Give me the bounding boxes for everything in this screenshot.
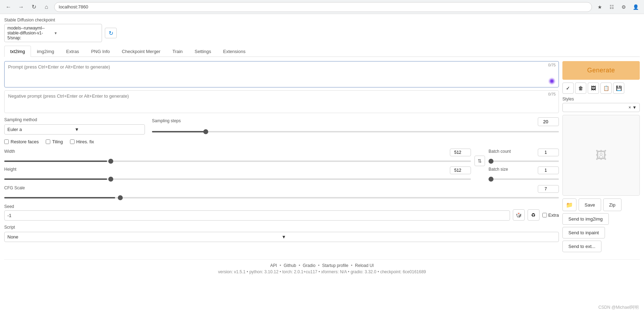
width-input[interactable] bbox=[450, 149, 471, 156]
tiling-input[interactable] bbox=[46, 139, 50, 144]
batch-size-slider[interactable] bbox=[489, 178, 559, 180]
height-group: Height bbox=[4, 166, 471, 181]
seed-dice-button[interactable]: 🎲 bbox=[513, 209, 525, 221]
footer-reload-link[interactable]: Reload UI bbox=[355, 263, 374, 268]
restore-faces-label: Restore faces bbox=[11, 139, 39, 144]
styles-dropdown-icon[interactable]: ▼ bbox=[632, 105, 637, 110]
browser-icon-1[interactable]: ★ bbox=[595, 2, 605, 12]
output-actions: 📁 Save Zip Send to img2img Send to inpai… bbox=[562, 198, 640, 252]
sampling-method-select[interactable]: Euler a ▼ bbox=[4, 124, 145, 135]
sampling-method-value: Euler a bbox=[7, 127, 75, 132]
extra-checkbox-input[interactable] bbox=[542, 213, 547, 217]
styles-label: Styles bbox=[562, 97, 640, 102]
height-input[interactable] bbox=[450, 166, 471, 174]
browser-bar: ← → ↻ ⌂ localhost:7860 ★ ☷ ⚙ 👤 bbox=[0, 0, 644, 14]
seed-label: Seed bbox=[4, 204, 510, 209]
sampling-method-label: Sampling method bbox=[4, 117, 145, 122]
batch-count-input[interactable] bbox=[538, 149, 559, 156]
sampling-steps-slider-container bbox=[152, 128, 559, 133]
width-slider[interactable] bbox=[4, 161, 471, 162]
image-placeholder-icon: 🖼 bbox=[595, 149, 607, 162]
right-panel: Generate ✓ 🗑 🖼 📋 💾 Styles bbox=[562, 61, 640, 252]
home-button[interactable]: ⌂ bbox=[42, 2, 51, 12]
script-value: None bbox=[7, 234, 282, 240]
prompt-input[interactable] bbox=[5, 61, 559, 86]
send-to-img2img-button[interactable]: Send to img2img bbox=[562, 213, 609, 225]
generate-button[interactable]: Generate bbox=[562, 61, 640, 80]
script-select[interactable]: None ▼ bbox=[4, 232, 559, 242]
footer-api-link[interactable]: API bbox=[270, 263, 277, 268]
batch-size-input[interactable] bbox=[538, 166, 559, 174]
trash-action-button[interactable]: 🗑 bbox=[575, 83, 586, 94]
neg-prompt-counter: 0/75 bbox=[548, 92, 556, 96]
app-container: Stable Diffusion checkpoint models--runw… bbox=[0, 14, 644, 281]
action-icons: ✓ 🗑 🖼 📋 💾 bbox=[562, 83, 640, 94]
footer: API • Github • Gradio • Startup profile … bbox=[4, 259, 640, 278]
cfg-scale-input[interactable] bbox=[538, 185, 559, 193]
check-icon: ✓ bbox=[566, 85, 570, 91]
swap-dims-button[interactable]: ⇅ bbox=[474, 156, 485, 166]
batch-size-group: Batch size bbox=[489, 166, 559, 181]
negative-prompt-container: 0/75 bbox=[4, 90, 559, 113]
hires-fix-input[interactable] bbox=[70, 139, 75, 144]
browser-icon-2[interactable]: ☷ bbox=[607, 2, 617, 12]
browser-icon-3[interactable]: ⚙ bbox=[619, 2, 629, 12]
send-to-inpaint-button[interactable]: Send to inpaint bbox=[562, 227, 605, 238]
send-to-extras-button[interactable]: Send to ext... bbox=[562, 241, 601, 252]
negative-prompt-input[interactable] bbox=[5, 91, 559, 112]
script-label: Script bbox=[4, 225, 559, 230]
extra-checkbox[interactable]: Extra bbox=[542, 212, 559, 218]
cfg-scale-slider[interactable] bbox=[4, 197, 559, 198]
zip-button[interactable]: Zip bbox=[603, 198, 621, 211]
restore-faces-checkbox[interactable]: Restore faces bbox=[4, 139, 39, 144]
save-output-button[interactable]: Save bbox=[579, 198, 601, 211]
image-output-area: 🖼 bbox=[562, 115, 640, 196]
tiling-checkbox[interactable]: Tiling bbox=[46, 139, 63, 144]
checkpoint-value: models--runwayml--stable-diffusion-v1-5/… bbox=[7, 26, 52, 40]
back-button[interactable]: ← bbox=[4, 2, 13, 12]
seed-input[interactable] bbox=[4, 210, 510, 221]
tab-img2img[interactable]: img2img bbox=[31, 46, 60, 57]
width-group: Width bbox=[4, 149, 471, 163]
footer-github-link[interactable]: Github bbox=[284, 263, 296, 268]
sampling-steps-input[interactable] bbox=[538, 117, 559, 126]
tab-settings[interactable]: Settings bbox=[189, 46, 217, 57]
restore-faces-input[interactable] bbox=[4, 139, 9, 144]
checkpoint-select[interactable]: models--runwayml--stable-diffusion-v1-5/… bbox=[4, 24, 102, 42]
tab-checkpoint-merger[interactable]: Checkpoint Merger bbox=[116, 46, 166, 57]
seed-recycle-button[interactable]: ♻ bbox=[528, 209, 540, 221]
folder-button[interactable]: 📁 bbox=[562, 198, 576, 211]
clipboard-icon: 📋 bbox=[603, 85, 609, 91]
tab-train[interactable]: Train bbox=[166, 46, 189, 57]
batch-count-group: Batch count bbox=[489, 149, 559, 163]
height-slider[interactable] bbox=[4, 178, 471, 180]
checkpoint-arrow-icon: ▼ bbox=[54, 31, 99, 35]
checkpoint-refresh-button[interactable]: ↻ bbox=[105, 28, 117, 38]
left-panel: 0/75 0/75 Sampling method bbox=[4, 61, 559, 252]
save-disk-action-button[interactable]: 💾 bbox=[613, 83, 624, 94]
footer-gradio-link[interactable]: Gradio bbox=[303, 263, 315, 268]
tab-extras[interactable]: Extras bbox=[60, 46, 85, 57]
user-avatar[interactable]: 👤 bbox=[631, 2, 640, 12]
refresh-button[interactable]: ↻ bbox=[29, 2, 39, 12]
styles-select[interactable]: × ▼ bbox=[562, 103, 640, 112]
width-label: Width bbox=[4, 149, 15, 154]
hires-fix-checkbox[interactable]: Hires. fix bbox=[70, 139, 94, 144]
image-edit-action-button[interactable]: 🖼 bbox=[588, 83, 599, 94]
styles-section: Styles × ▼ bbox=[562, 97, 640, 112]
tab-extensions[interactable]: Extensions bbox=[217, 46, 251, 57]
clipboard-action-button[interactable]: 📋 bbox=[600, 83, 612, 94]
checkpoint-label: Stable Diffusion checkpoint bbox=[4, 18, 640, 22]
dice-icon: 🎲 bbox=[516, 212, 522, 218]
sampling-method-group: Sampling method Euler a ▼ bbox=[4, 117, 145, 135]
check-action-button[interactable]: ✓ bbox=[562, 83, 574, 94]
styles-clear-icon[interactable]: × bbox=[629, 105, 631, 110]
forward-button[interactable]: → bbox=[16, 2, 26, 12]
batch-count-slider[interactable] bbox=[489, 161, 559, 162]
footer-startup-link[interactable]: Startup profile bbox=[322, 263, 349, 268]
sampling-steps-slider[interactable] bbox=[152, 131, 559, 132]
sampling-steps-group: Sampling steps bbox=[152, 117, 559, 135]
tab-txt2img[interactable]: txt2img bbox=[4, 46, 31, 57]
batch-col: Batch count Batch size bbox=[489, 149, 559, 181]
tab-pnginfo[interactable]: PNG Info bbox=[85, 46, 116, 57]
